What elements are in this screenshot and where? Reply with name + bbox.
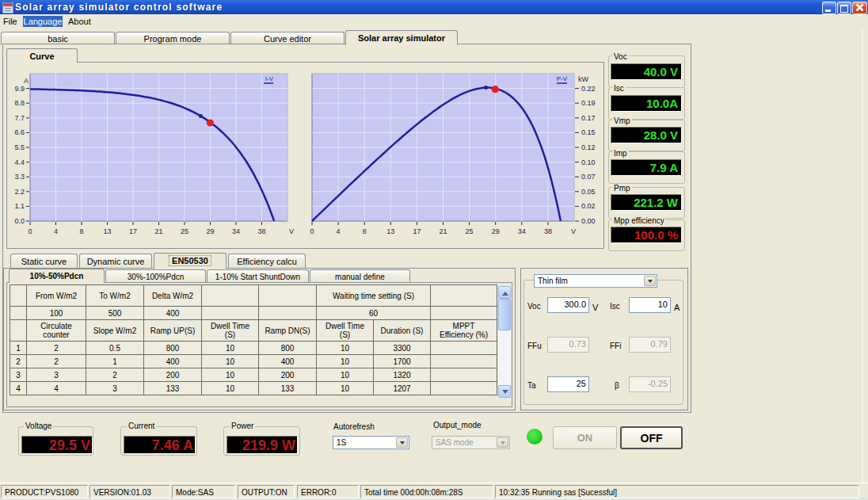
svg-text:13: 13	[386, 227, 394, 235]
svg-text:0.17: 0.17	[581, 114, 596, 122]
svg-text:34: 34	[518, 227, 526, 235]
svg-text:5.5: 5.5	[14, 143, 25, 151]
svg-text:0.22: 0.22	[581, 85, 596, 93]
svg-text:A: A	[24, 77, 29, 85]
svg-text:25: 25	[181, 227, 188, 235]
svg-text:21: 21	[154, 227, 162, 235]
svg-text:29: 29	[206, 227, 214, 235]
svg-text:4: 4	[337, 227, 341, 235]
svg-text:P-V: P-V	[557, 75, 568, 82]
svg-text:34: 34	[232, 227, 240, 235]
svg-text:0.10: 0.10	[581, 158, 596, 166]
svg-text:kW: kW	[578, 75, 589, 83]
svg-text:9.9: 9.9	[14, 85, 25, 93]
svg-text:8.8: 8.8	[14, 99, 25, 107]
svg-text:6.6: 6.6	[14, 128, 25, 136]
svg-text:0: 0	[28, 227, 32, 235]
svg-text:38: 38	[257, 227, 265, 235]
svg-text:21: 21	[439, 227, 447, 235]
svg-text:0.07: 0.07	[581, 173, 596, 181]
svg-text:V: V	[571, 227, 576, 235]
svg-text:0.12: 0.12	[581, 143, 596, 151]
svg-text:1.1: 1.1	[14, 202, 25, 210]
svg-text:7.7: 7.7	[14, 114, 25, 122]
svg-text:17: 17	[413, 227, 421, 235]
svg-text:4.4: 4.4	[14, 158, 25, 166]
svg-text:38: 38	[544, 227, 552, 235]
svg-text:0.0: 0.0	[14, 217, 25, 225]
svg-text:25: 25	[466, 227, 474, 235]
svg-text:8: 8	[79, 227, 83, 235]
svg-text:0: 0	[310, 227, 314, 235]
svg-text:0.05: 0.05	[581, 188, 596, 196]
svg-text:29: 29	[492, 227, 500, 235]
svg-text:17: 17	[129, 227, 137, 235]
svg-text:V: V	[289, 227, 294, 235]
svg-text:0.02: 0.02	[581, 202, 596, 210]
svg-text:3.3: 3.3	[14, 173, 25, 181]
svg-text:4: 4	[54, 227, 58, 235]
svg-text:8: 8	[363, 227, 367, 235]
svg-text:0.00: 0.00	[581, 217, 596, 225]
svg-text:I-V: I-V	[265, 75, 274, 82]
svg-text:0.15: 0.15	[581, 128, 596, 136]
svg-text:0.19: 0.19	[581, 99, 596, 107]
svg-text:2.2: 2.2	[14, 188, 25, 196]
svg-text:13: 13	[103, 227, 111, 235]
